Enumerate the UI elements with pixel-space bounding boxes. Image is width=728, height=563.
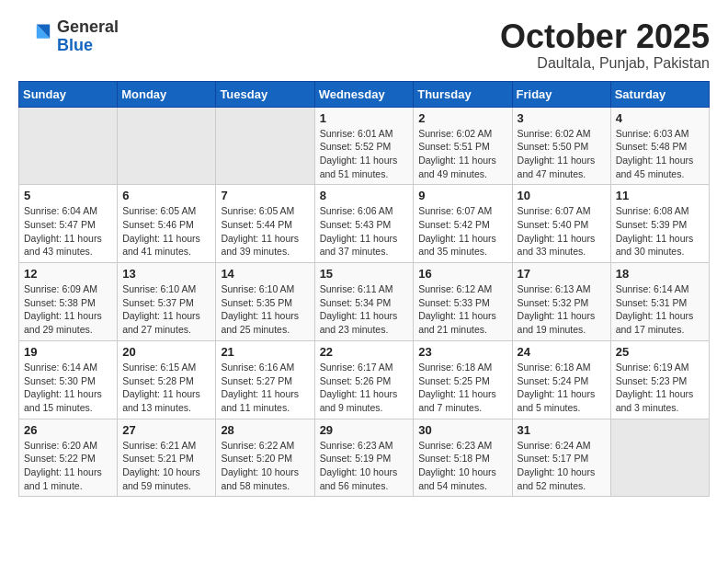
day-number: 14	[221, 267, 309, 281]
day-info: Sunrise: 6:10 AM Sunset: 5:35 PM Dayligh…	[221, 282, 309, 337]
calendar-cell: 2Sunrise: 6:02 AM Sunset: 5:51 PM Daylig…	[414, 107, 512, 185]
day-info: Sunrise: 6:05 AM Sunset: 5:44 PM Dayligh…	[221, 204, 309, 259]
calendar-cell: 13Sunrise: 6:10 AM Sunset: 5:37 PM Dayli…	[118, 263, 216, 341]
day-number: 27	[122, 423, 210, 437]
calendar-week-row: 19Sunrise: 6:14 AM Sunset: 5:30 PM Dayli…	[19, 340, 710, 419]
month-title: October 2025	[500, 18, 710, 55]
calendar-cell: 6Sunrise: 6:05 AM Sunset: 5:46 PM Daylig…	[118, 185, 216, 263]
day-number: 30	[418, 423, 506, 437]
day-number: 22	[320, 345, 409, 359]
calendar-cell: 7Sunrise: 6:05 AM Sunset: 5:44 PM Daylig…	[216, 185, 314, 263]
calendar-cell: 12Sunrise: 6:09 AM Sunset: 5:38 PM Dayli…	[19, 263, 118, 341]
logo-text: General Blue	[57, 18, 119, 55]
day-info: Sunrise: 6:22 AM Sunset: 5:20 PM Dayligh…	[221, 439, 309, 493]
day-info: Sunrise: 6:21 AM Sunset: 5:21 PM Dayligh…	[122, 439, 210, 493]
day-header-tuesday: Tuesday	[216, 81, 314, 107]
day-number: 10	[518, 189, 606, 202]
day-header-friday: Friday	[512, 81, 610, 107]
calendar-cell: 17Sunrise: 6:13 AM Sunset: 5:32 PM Dayli…	[512, 263, 610, 341]
calendar-cell: 9Sunrise: 6:07 AM Sunset: 5:42 PM Daylig…	[414, 185, 512, 263]
calendar-cell: 15Sunrise: 6:11 AM Sunset: 5:34 PM Dayli…	[314, 263, 414, 341]
day-number: 23	[418, 345, 506, 359]
day-number: 29	[320, 423, 409, 437]
calendar-cell: 24Sunrise: 6:18 AM Sunset: 5:24 PM Dayli…	[512, 340, 610, 419]
calendar-cell: 21Sunrise: 6:16 AM Sunset: 5:27 PM Dayli…	[216, 340, 314, 419]
day-number: 31	[518, 423, 606, 437]
day-number: 19	[24, 345, 112, 359]
calendar-header-row: SundayMondayTuesdayWednesdayThursdayFrid…	[19, 81, 710, 107]
day-info: Sunrise: 6:18 AM Sunset: 5:24 PM Dayligh…	[518, 361, 606, 415]
day-info: Sunrise: 6:08 AM Sunset: 5:39 PM Dayligh…	[616, 204, 704, 259]
day-number: 17	[518, 267, 606, 281]
calendar-cell: 22Sunrise: 6:17 AM Sunset: 5:26 PM Dayli…	[314, 340, 414, 419]
day-header-monday: Monday	[118, 81, 216, 107]
day-number: 1	[320, 111, 409, 125]
calendar-cell: 10Sunrise: 6:07 AM Sunset: 5:40 PM Dayli…	[512, 185, 610, 263]
calendar-week-row: 1Sunrise: 6:01 AM Sunset: 5:52 PM Daylig…	[19, 107, 710, 185]
day-header-sunday: Sunday	[19, 81, 118, 107]
day-number: 25	[616, 345, 704, 359]
calendar-cell: 14Sunrise: 6:10 AM Sunset: 5:35 PM Dayli…	[216, 263, 314, 341]
location-title: Daultala, Punjab, Pakistan	[500, 55, 710, 72]
logo-icon	[18, 20, 51, 53]
day-number: 5	[24, 189, 112, 202]
day-number: 21	[221, 345, 309, 359]
day-number: 18	[616, 267, 704, 281]
day-info: Sunrise: 6:02 AM Sunset: 5:51 PM Dayligh…	[418, 127, 506, 181]
day-number: 26	[24, 423, 112, 437]
calendar-week-row: 26Sunrise: 6:20 AM Sunset: 5:22 PM Dayli…	[19, 419, 710, 497]
day-info: Sunrise: 6:12 AM Sunset: 5:33 PM Dayligh…	[418, 282, 506, 337]
calendar-cell: 8Sunrise: 6:06 AM Sunset: 5:43 PM Daylig…	[314, 185, 414, 263]
day-info: Sunrise: 6:07 AM Sunset: 5:40 PM Dayligh…	[518, 204, 606, 259]
day-info: Sunrise: 6:13 AM Sunset: 5:32 PM Dayligh…	[518, 282, 606, 337]
logo: General Blue	[18, 18, 119, 55]
day-header-wednesday: Wednesday	[314, 81, 414, 107]
day-info: Sunrise: 6:20 AM Sunset: 5:22 PM Dayligh…	[24, 439, 112, 493]
day-header-saturday: Saturday	[610, 81, 709, 107]
day-info: Sunrise: 6:24 AM Sunset: 5:17 PM Dayligh…	[518, 439, 606, 493]
calendar-week-row: 5Sunrise: 6:04 AM Sunset: 5:47 PM Daylig…	[19, 185, 710, 263]
calendar-cell	[118, 107, 216, 185]
calendar-cell	[19, 107, 118, 185]
day-number: 11	[616, 189, 704, 202]
day-info: Sunrise: 6:14 AM Sunset: 5:31 PM Dayligh…	[616, 282, 704, 337]
day-number: 12	[24, 267, 112, 281]
day-number: 9	[418, 189, 506, 202]
day-number: 8	[320, 189, 409, 202]
calendar-cell: 31Sunrise: 6:24 AM Sunset: 5:17 PM Dayli…	[512, 419, 610, 497]
day-info: Sunrise: 6:01 AM Sunset: 5:52 PM Dayligh…	[320, 127, 409, 181]
day-number: 4	[616, 111, 704, 125]
calendar-cell	[610, 419, 709, 497]
day-info: Sunrise: 6:19 AM Sunset: 5:23 PM Dayligh…	[616, 361, 704, 415]
day-number: 16	[418, 267, 506, 281]
day-number: 7	[221, 189, 309, 202]
day-number: 15	[320, 267, 409, 281]
day-info: Sunrise: 6:23 AM Sunset: 5:18 PM Dayligh…	[418, 439, 506, 493]
day-info: Sunrise: 6:05 AM Sunset: 5:46 PM Dayligh…	[122, 204, 210, 259]
calendar-cell	[216, 107, 314, 185]
day-number: 6	[122, 189, 210, 202]
calendar-cell: 1Sunrise: 6:01 AM Sunset: 5:52 PM Daylig…	[314, 107, 414, 185]
calendar-cell: 27Sunrise: 6:21 AM Sunset: 5:21 PM Dayli…	[118, 419, 216, 497]
calendar-cell: 4Sunrise: 6:03 AM Sunset: 5:48 PM Daylig…	[610, 107, 709, 185]
title-block: October 2025 Daultala, Punjab, Pakistan	[500, 18, 710, 72]
calendar-cell: 16Sunrise: 6:12 AM Sunset: 5:33 PM Dayli…	[414, 263, 512, 341]
calendar-cell: 26Sunrise: 6:20 AM Sunset: 5:22 PM Dayli…	[19, 419, 118, 497]
calendar-cell: 25Sunrise: 6:19 AM Sunset: 5:23 PM Dayli…	[610, 340, 709, 419]
calendar-cell: 3Sunrise: 6:02 AM Sunset: 5:50 PM Daylig…	[512, 107, 610, 185]
calendar-cell: 19Sunrise: 6:14 AM Sunset: 5:30 PM Dayli…	[19, 340, 118, 419]
day-info: Sunrise: 6:14 AM Sunset: 5:30 PM Dayligh…	[24, 361, 112, 415]
day-number: 3	[518, 111, 606, 125]
day-info: Sunrise: 6:18 AM Sunset: 5:25 PM Dayligh…	[418, 361, 506, 415]
day-info: Sunrise: 6:17 AM Sunset: 5:26 PM Dayligh…	[320, 361, 409, 415]
calendar-cell: 28Sunrise: 6:22 AM Sunset: 5:20 PM Dayli…	[216, 419, 314, 497]
day-number: 2	[418, 111, 506, 125]
day-info: Sunrise: 6:23 AM Sunset: 5:19 PM Dayligh…	[320, 439, 409, 493]
day-info: Sunrise: 6:07 AM Sunset: 5:42 PM Dayligh…	[418, 204, 506, 259]
calendar-table: SundayMondayTuesdayWednesdayThursdayFrid…	[18, 81, 710, 498]
day-number: 13	[122, 267, 210, 281]
day-info: Sunrise: 6:09 AM Sunset: 5:38 PM Dayligh…	[24, 282, 112, 337]
day-info: Sunrise: 6:03 AM Sunset: 5:48 PM Dayligh…	[616, 127, 704, 181]
day-info: Sunrise: 6:04 AM Sunset: 5:47 PM Dayligh…	[24, 204, 112, 259]
day-header-thursday: Thursday	[414, 81, 512, 107]
